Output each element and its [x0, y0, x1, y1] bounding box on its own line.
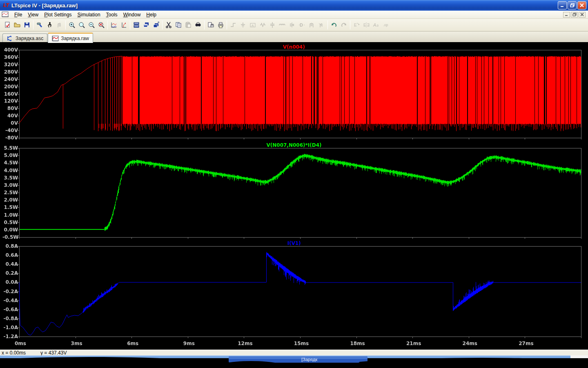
print-preview-button[interactable]: [206, 20, 216, 30]
cascade-windows-button[interactable]: [141, 20, 151, 30]
svg-text:A: A: [373, 22, 376, 27]
menu-bar: FileViewPlot SettingsSimulationToolsWind…: [0, 11, 588, 19]
restore-button[interactable]: [568, 1, 577, 9]
menu-help[interactable]: Help: [143, 11, 159, 18]
pane2-ytick-label: 2.0W: [2, 197, 18, 203]
close-button[interactable]: [577, 1, 586, 9]
capacitor-button: [267, 20, 277, 30]
text-icon: Aa: [373, 22, 379, 28]
waveform-viewer: V(n004) V(N007,N006)*I(D4) I(V1) 400V360…: [0, 42, 588, 350]
wire-icon: [230, 22, 236, 28]
zoom-out-icon: [88, 22, 95, 28]
ground-icon: [240, 22, 246, 28]
minimize-button[interactable]: [558, 1, 567, 9]
svg-text:.op: .op: [383, 23, 388, 27]
pane1-ytick-label: 200V: [2, 84, 18, 90]
diode-icon: [289, 22, 295, 28]
status-bar: x = 0.00ms y = 437.43V: [0, 350, 588, 355]
open-button[interactable]: [12, 20, 22, 30]
ltspice-window: LT LTspice IV - [Зарядка.raw] FileViewPl…: [0, 0, 588, 368]
svg-text:E: E: [354, 23, 357, 27]
copy-icon: [175, 22, 182, 28]
pane2-ytick-label: 4.0W: [2, 168, 18, 173]
find-button[interactable]: [193, 20, 203, 30]
svg-text:A: A: [252, 24, 254, 27]
print-button[interactable]: [216, 20, 225, 30]
drag-icon: [318, 22, 325, 28]
toolbar-separator: [130, 20, 130, 29]
tab-waveform[interactable]: Зарядка.raw: [48, 33, 93, 43]
pane1-ytick-label: 240V: [2, 76, 18, 82]
cursor-y-readout: y = 437.43V: [40, 350, 67, 356]
time-axis-label: 21ms: [401, 341, 426, 346]
pane3-ytick-label: 0.2A: [2, 270, 18, 276]
cut-button[interactable]: [164, 20, 174, 30]
tab-schematic[interactable]: Зарядка.asc: [2, 34, 47, 43]
pane3-ytick-label: 0.4A: [2, 261, 18, 267]
mdi-restore-button[interactable]: [571, 12, 578, 18]
copy-button[interactable]: [174, 20, 183, 30]
resistor-icon: [259, 22, 266, 28]
toolbar-separator: [350, 20, 350, 29]
pane1-ytick-label: 120V: [2, 98, 18, 104]
arrange-icons-button[interactable]: [151, 20, 161, 30]
control-panel-icon: [36, 22, 43, 28]
pane3-ytick-label: -0.4A: [2, 298, 18, 303]
pane1-trace-label[interactable]: V(n004): [1, 44, 587, 50]
mdi-close-button[interactable]: [579, 12, 586, 18]
pane1-ytick-label: 320V: [2, 62, 18, 67]
pane2-ytick-label: 2.5W: [2, 190, 18, 195]
rotate-button: E: [352, 20, 361, 30]
zoom-in-button[interactable]: [67, 20, 77, 30]
halt-icon: [56, 22, 62, 28]
tile-windows-button[interactable]: [131, 20, 141, 30]
svg-text:[Зарядк: [Зарядк: [301, 357, 317, 362]
mirror-button: EE: [361, 20, 371, 30]
run-button[interactable]: [45, 20, 54, 30]
autorange-y-button[interactable]: [109, 20, 119, 30]
mdi-minimize-button[interactable]: [563, 12, 570, 18]
menu-tools[interactable]: Tools: [103, 11, 120, 18]
time-axis-label: 12ms: [233, 341, 257, 346]
pane2-ytick-label: 1.0W: [2, 212, 18, 218]
plot-axes-icon: [120, 22, 127, 28]
document-waveform-icon: [2, 11, 10, 18]
redo-button: [339, 20, 349, 30]
menu-file[interactable]: File: [11, 11, 25, 18]
zoom-out-button[interactable]: [87, 20, 96, 30]
zoom-in-icon: [69, 22, 75, 28]
minimize-icon: [560, 4, 564, 7]
control-panel-button[interactable]: [35, 20, 45, 30]
pane3-trace-label[interactable]: I(V1): [1, 240, 587, 246]
menu-simulation[interactable]: Simulation: [75, 11, 103, 18]
plot-axes-button[interactable]: [119, 20, 129, 30]
svg-text:D: D: [300, 22, 303, 27]
menu-view[interactable]: View: [25, 11, 41, 18]
pane3-ytick-label: 0.0A: [2, 279, 18, 285]
plot-canvas[interactable]: [0, 42, 588, 350]
menu-items: FileViewPlot SettingsSimulationToolsWind…: [11, 12, 159, 18]
resistor-button: [258, 20, 267, 30]
toolbar-separator: [327, 20, 328, 29]
halt-button: [54, 20, 64, 30]
taskbar: [Зарядк: [0, 355, 588, 368]
undo-button[interactable]: [329, 20, 339, 30]
move-button: [307, 20, 316, 30]
time-axis-label: 15ms: [289, 341, 314, 346]
new-schematic-button[interactable]: [2, 20, 12, 30]
pane2-ytick-label: 1.5W: [2, 204, 18, 210]
menu-plot-settings[interactable]: Plot Settings: [41, 11, 74, 18]
zoom-back-icon: [78, 22, 85, 28]
toolbar-separator: [204, 20, 205, 29]
pane2-trace-label[interactable]: V(N007,N006)*I(D4): [1, 142, 587, 148]
spice-directive-icon: .op: [383, 22, 389, 28]
pane1-ytick-label: 40V: [2, 113, 18, 119]
save-button[interactable]: [22, 20, 32, 30]
menu-window[interactable]: Window: [120, 11, 144, 18]
svg-text:E: E: [363, 23, 366, 27]
zoom-back-button[interactable]: [77, 20, 87, 30]
tab-bar: Зарядка.asc Зарядка.raw: [0, 31, 588, 42]
pane3-ytick-label: 0.6A: [2, 252, 18, 258]
zoom-full-extents-button[interactable]: [96, 20, 106, 30]
restore-icon: [570, 3, 575, 7]
